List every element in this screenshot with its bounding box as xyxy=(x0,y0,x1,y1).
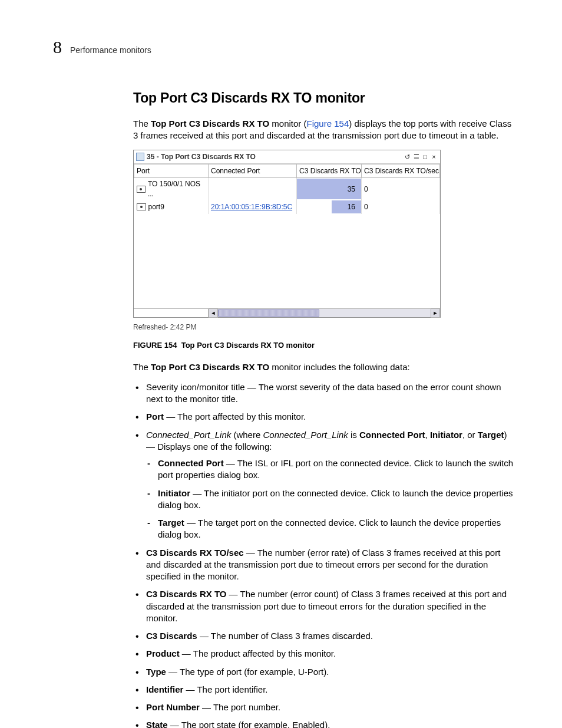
figure-ref-link[interactable]: Figure 154 xyxy=(307,118,349,129)
list-item: Connected_Port_Link (where Connected_Por… xyxy=(133,429,515,541)
field-list: Severity icon/monitor title — The worst … xyxy=(133,381,515,728)
list-item: Target — The target port on the connecte… xyxy=(146,517,515,541)
scroll-thumb[interactable] xyxy=(218,309,319,317)
maximize-icon[interactable]: □ xyxy=(421,153,429,161)
panel-titlebar: 35 - Top Port C3 Discards RX TO ↺ ☰ □ × xyxy=(134,150,440,164)
list-item: Type — The type of port (for example, U-… xyxy=(133,666,515,678)
list-item: Port — The port affected by this monitor… xyxy=(133,411,515,423)
horizontal-scrollbar[interactable]: ◄ ► xyxy=(134,308,440,317)
table-row[interactable]: TO 150/0/1 NOS ... 35 0 xyxy=(134,178,440,200)
port-icon xyxy=(137,203,146,210)
list-item: Identifier — The port identifier. xyxy=(133,684,515,696)
list-item: Connected Port — The ISL or IFL port on … xyxy=(146,457,515,482)
col-port[interactable]: Port xyxy=(134,164,209,178)
figure-caption: FIGURE 154 Top Port C3 Discards RX TO mo… xyxy=(133,340,515,351)
port-icon xyxy=(137,186,146,193)
col-c3rxtosec[interactable]: C3 Discards RX TO/sec xyxy=(362,164,440,178)
list-item: Severity icon/monitor title — The worst … xyxy=(133,381,515,406)
list-item: State — The port state (for example, Ena… xyxy=(133,719,515,728)
list-item: Product — The product affected by this m… xyxy=(133,648,515,660)
refresh-icon[interactable]: ↺ xyxy=(404,153,411,161)
chapter-title: Performance monitors xyxy=(70,45,151,56)
scroll-right-icon[interactable]: ► xyxy=(431,308,440,318)
page-header: 8 Performance monitors xyxy=(53,35,515,60)
scroll-left-icon[interactable]: ◄ xyxy=(209,308,218,318)
col-connected[interactable]: Connected Port xyxy=(209,164,297,178)
list-item: Port Number — The port number. xyxy=(133,701,515,713)
close-icon[interactable]: × xyxy=(430,153,438,161)
chapter-number: 8 xyxy=(53,35,62,60)
list-item: Initiator — The initiator port on the co… xyxy=(146,487,515,512)
list-item: C3 Discards RX TO — The number (error co… xyxy=(133,588,515,624)
section-title: Top Port C3 Discards RX TO monitor xyxy=(133,89,515,107)
list-item: C3 Discards — The number of Class 3 fram… xyxy=(133,630,515,642)
monitor-table: Port Connected Port C3 Discards RX TO C3… xyxy=(134,164,440,214)
panel-title-text: 35 - Top Port C3 Discards RX TO xyxy=(147,152,256,162)
col-c3rxto[interactable]: C3 Discards RX TO xyxy=(297,164,362,178)
collapse-icon[interactable]: ☰ xyxy=(412,153,420,161)
list-item: C3 Discards RX TO/sec — The number (erro… xyxy=(133,547,515,583)
includes-line: The Top Port C3 Discards RX TO monitor i… xyxy=(133,361,515,373)
monitor-panel: 35 - Top Port C3 Discards RX TO ↺ ☰ □ × xyxy=(133,150,441,318)
refreshed-label: Refreshed- 2:42 PM xyxy=(133,322,515,332)
severity-icon xyxy=(136,153,144,161)
connected-port-link[interactable]: 20:1A:00:05:1E:9B:8D:5C xyxy=(211,203,292,211)
intro-paragraph: The Top Port C3 Discards RX TO monitor (… xyxy=(133,118,515,142)
table-row[interactable]: port9 20:1A:00:05:1E:9B:8D:5C 16 0 xyxy=(134,200,440,214)
